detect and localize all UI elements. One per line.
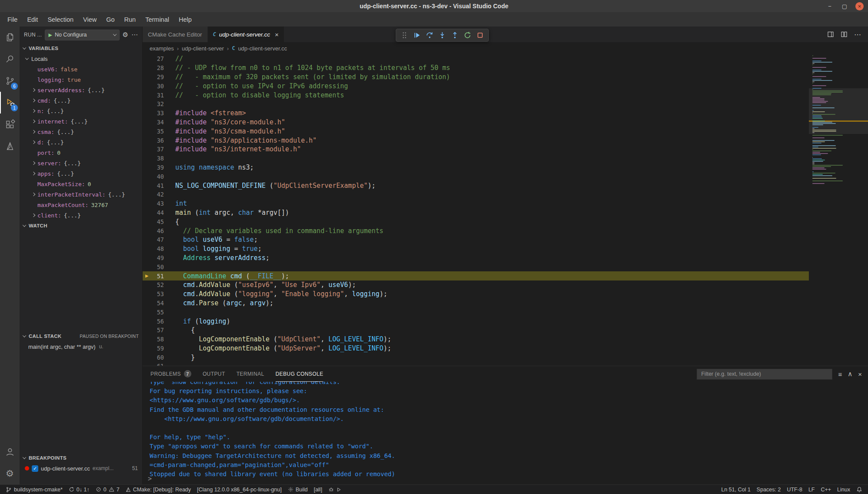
code-line[interactable]: 52 cmd.AddValue ("useIpv6", "Use Ipv6", … <box>143 280 809 290</box>
debug-stop-button[interactable] <box>474 30 486 41</box>
gutter[interactable]: 42 <box>143 191 164 198</box>
gutter[interactable]: 28 <box>143 64 164 71</box>
breakpoints-section-header[interactable]: BREAKPOINTS <box>20 453 142 463</box>
gutter[interactable]: 31 <box>143 92 164 99</box>
maximize-button[interactable]: ▢ <box>841 3 848 10</box>
code-line[interactable]: 35#include "ns3/csma-module.h" <box>143 127 809 136</box>
split-editor-icon[interactable] <box>841 31 848 38</box>
gutter[interactable]: 57 <box>143 327 164 334</box>
code-line[interactable]: 36#include "ns3/applications-module.h" <box>143 136 809 145</box>
status-os[interactable]: Linux <box>834 485 853 494</box>
code-line[interactable]: 32 <box>143 100 809 109</box>
gutter[interactable]: 60 <box>143 354 164 361</box>
status-build-target[interactable]: [all] <box>310 485 325 494</box>
gutter[interactable]: 29 <box>143 73 164 80</box>
status-language-mode[interactable]: C++ <box>818 485 834 494</box>
close-tab-icon[interactable]: × <box>275 31 279 38</box>
breadcrumb-item[interactable]: udp-client-server.cc <box>238 45 287 52</box>
code-line[interactable]: 59 LogComponentEnable ("UdpServer", LOG_… <box>143 344 809 353</box>
debug-step-over-button[interactable] <box>424 30 435 41</box>
code-line[interactable]: 48 bool logging = true; <box>143 244 809 254</box>
variable-row[interactable]: interPacketInterval: {...} <box>20 189 142 200</box>
code-line[interactable]: 42 <box>143 190 809 199</box>
status-build[interactable]: Build <box>285 485 311 494</box>
menu-edit[interactable]: Edit <box>22 12 43 27</box>
code-line[interactable]: 45{ <box>143 217 809 226</box>
panel-tab-debug-console[interactable]: DEBUG CONSOLE <box>276 366 324 382</box>
customize-layout-icon[interactable] <box>827 31 834 38</box>
status-cursor-position[interactable]: Ln 51, Col 1 <box>718 485 753 494</box>
debug-restart-button[interactable] <box>462 30 473 41</box>
activity-explorer[interactable] <box>0 27 20 48</box>
status-cmake-kit[interactable]: [Clang 12.0.0 x86_64-pc-linux-gnu] <box>194 485 285 494</box>
gutter[interactable]: 34 <box>143 119 164 126</box>
gutter[interactable]: 35 <box>143 128 164 135</box>
variable-row[interactable]: internet: {...} <box>20 116 142 127</box>
code-line[interactable]: 44main (int argc, char *argv[]) <box>143 208 809 217</box>
activity-source-control[interactable]: 6 <box>0 70 20 92</box>
close-button[interactable]: × <box>855 2 864 10</box>
debug-console-filter-input[interactable] <box>697 369 832 380</box>
minimap[interactable] <box>809 54 868 366</box>
gutter[interactable]: 41 <box>143 182 164 189</box>
variable-row[interactable]: server: {...} <box>20 158 142 168</box>
breadcrumb-item[interactable]: udp-client-server <box>182 45 224 52</box>
code-line[interactable]: 31// - option to disable logging stateme… <box>143 90 809 100</box>
variable-row[interactable]: d: {...} <box>20 137 142 147</box>
code-line[interactable]: 47 bool useV6 = false; <box>143 235 809 244</box>
minimize-button[interactable]: − <box>826 3 834 10</box>
status-notifications[interactable] <box>853 485 865 494</box>
code-line[interactable]: 54 cmd.Parse (argc, argv); <box>143 299 809 308</box>
variable-row[interactable]: apps: {...} <box>20 168 142 179</box>
menu-help[interactable]: Help <box>174 12 197 27</box>
gutter[interactable]: 56 <box>143 318 164 325</box>
code-line[interactable]: 50 <box>143 262 809 271</box>
activity-run-and-debug[interactable]: 1 <box>0 92 20 113</box>
gutter[interactable]: 45 <box>143 218 164 225</box>
status-problems[interactable]: 07 <box>93 485 123 494</box>
code-line[interactable]: 37#include "ns3/internet-module.h" <box>143 145 809 154</box>
gutter[interactable]: 49 <box>143 254 164 261</box>
maximize-panel-icon[interactable]: ∧ <box>848 370 852 378</box>
code-line[interactable]: ▶51 CommandLine cmd (__FILE__); <box>143 271 809 280</box>
watch-section-header[interactable]: WATCH <box>20 220 142 231</box>
activity-settings[interactable]: ⚙ <box>0 463 20 484</box>
debug-console-prompt[interactable]: > <box>148 475 152 483</box>
menu-view[interactable]: View <box>78 12 101 27</box>
code-line[interactable]: 39using namespace ns3; <box>143 163 809 172</box>
debug-step-into-button[interactable] <box>437 30 448 41</box>
variable-row[interactable]: useV6: false <box>20 64 142 74</box>
editor-tab[interactable]: Cudp-client-server.cc× <box>208 27 284 42</box>
panel-tab-problems[interactable]: PROBLEMS7 <box>150 366 191 382</box>
gutter[interactable]: 38 <box>143 155 164 162</box>
gutter[interactable]: 50 <box>143 264 164 270</box>
code-line[interactable]: 40 <box>143 172 809 181</box>
code-line[interactable]: 29// - maximum of 320 packets sent (or l… <box>143 73 809 82</box>
status-branch[interactable]: buildsystem-cmake* <box>3 485 66 494</box>
gutter[interactable]: ▶51 <box>143 273 164 280</box>
gutter[interactable]: 46 <box>143 227 164 234</box>
menu-selection[interactable]: Selection <box>43 12 78 27</box>
activity-search[interactable] <box>0 48 20 70</box>
status-indentation[interactable]: Spaces: 2 <box>754 485 784 494</box>
code-line[interactable]: 56 if (logging) <box>143 317 809 326</box>
gutter[interactable]: 30 <box>143 83 164 90</box>
variables-section-header[interactable]: VARIABLES <box>20 43 142 53</box>
code-line[interactable]: 60 } <box>143 353 809 362</box>
gutter[interactable]: 55 <box>143 309 164 316</box>
code-line[interactable]: 46 // Declare variables used in command-… <box>143 226 809 235</box>
gutter[interactable]: 54 <box>143 300 164 307</box>
code-line[interactable]: 49 Address serverAddress; <box>143 254 809 263</box>
variable-row[interactable]: port: 0 <box>20 147 142 158</box>
menu-go[interactable]: Go <box>101 12 119 27</box>
activity-accounts[interactable] <box>0 441 20 463</box>
code-line[interactable]: 33#include <fstream> <box>143 109 809 118</box>
activity-cmake-tools[interactable] <box>0 135 20 157</box>
breadcrumb-item[interactable]: examples <box>150 45 174 52</box>
gutter[interactable]: 39 <box>143 164 164 171</box>
variable-row[interactable]: csma: {...} <box>20 127 142 137</box>
gutter[interactable]: 47 <box>143 236 164 243</box>
variable-row[interactable]: client: {...} <box>20 210 142 220</box>
gutter[interactable]: 40 <box>143 173 164 180</box>
gutter[interactable]: 44 <box>143 209 164 216</box>
